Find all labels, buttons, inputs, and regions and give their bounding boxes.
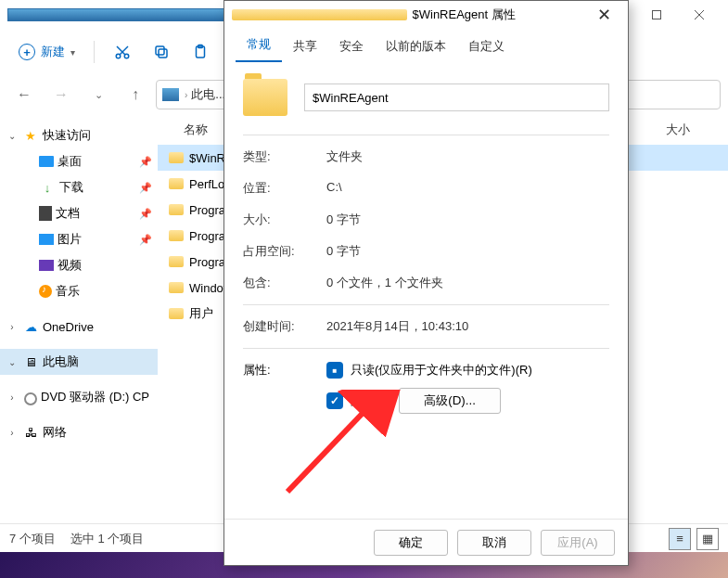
- copy-icon[interactable]: [143, 35, 180, 69]
- sidebar-label: 音乐: [56, 283, 80, 300]
- chevron-down-icon: ▾: [70, 47, 75, 58]
- sidebar-music[interactable]: 音乐: [0, 278, 158, 304]
- hidden-label: 隐藏(H): [351, 392, 391, 409]
- view-details-icon[interactable]: ≡: [669, 528, 691, 550]
- folder-name-input[interactable]: [304, 83, 609, 111]
- cloud-icon: ☁: [22, 319, 39, 334]
- disk-icon: [162, 88, 179, 101]
- tab-general[interactable]: 常规: [236, 29, 282, 62]
- sidebar-this-pc[interactable]: ⌄🖥此电脑: [0, 349, 158, 375]
- desktop-icon: [39, 156, 54, 167]
- sidebar-quick-access[interactable]: ⌄★快速访问: [0, 122, 158, 148]
- new-label: 新建: [41, 44, 65, 60]
- advanced-button[interactable]: 高级(D)...: [399, 388, 501, 414]
- sidebar-onedrive[interactable]: ›☁OneDrive: [0, 314, 158, 340]
- folder-icon: [169, 256, 184, 267]
- crumb-sep: ›: [185, 90, 187, 100]
- up-button[interactable]: ↑: [119, 78, 152, 111]
- dialog-footer: 确定 取消 应用(A): [224, 519, 628, 565]
- sidebar-pics[interactable]: 图片📌: [0, 226, 158, 252]
- created-label: 创建时间:: [243, 318, 326, 335]
- pin-icon: 📌: [139, 156, 152, 168]
- close-button[interactable]: [678, 0, 721, 30]
- pin-icon: 📌: [139, 234, 152, 246]
- folder-icon: [169, 230, 184, 241]
- type-label: 类型:: [243, 148, 326, 165]
- status-count: 7 个项目: [9, 531, 56, 547]
- tab-sharing[interactable]: 共享: [282, 31, 328, 62]
- sidebar-dvd[interactable]: ›DVD 驱动器 (D:) CP: [0, 384, 158, 410]
- picture-icon: [39, 234, 54, 245]
- sidebar-network[interactable]: ›🖧网络: [0, 419, 158, 445]
- dvd-icon: [22, 390, 37, 405]
- dialog-body: 类型:文件夹 位置:C:\ 大小:0 字节 占用空间:0 字节 包含:0 个文件…: [224, 62, 628, 519]
- sidebar-desktop[interactable]: 桌面📌: [0, 148, 158, 174]
- cancel-button[interactable]: 取消: [457, 530, 531, 556]
- sidebar-label: OneDrive: [43, 320, 94, 334]
- view-grid-icon[interactable]: ▦: [696, 528, 719, 550]
- created-value: 2021年8月14日，10:43:10: [326, 318, 609, 335]
- recent-dropdown[interactable]: ⌄: [82, 78, 115, 111]
- video-icon: [39, 260, 54, 271]
- sidebar-label: 图片: [57, 231, 82, 248]
- sidebar-docs[interactable]: 文档📌: [0, 200, 158, 226]
- svg-rect-1: [653, 11, 661, 19]
- tab-previous[interactable]: 以前的版本: [375, 31, 457, 62]
- network-icon: 🖧: [22, 425, 39, 440]
- sidebar-label: 网络: [43, 424, 67, 441]
- dialog-title: $WinREAgent 属性: [413, 6, 588, 23]
- doc-icon: [39, 206, 52, 221]
- col-size[interactable]: 大小: [658, 122, 697, 138]
- size-value: 0 字节: [326, 212, 609, 228]
- dialog-titlebar: $WinREAgent 属性 ✕: [224, 1, 628, 29]
- sizeondisk-label: 占用空间:: [243, 243, 326, 260]
- ok-button[interactable]: 确定: [374, 530, 448, 556]
- attributes-label: 属性:: [243, 362, 326, 423]
- sidebar-label: DVD 驱动器 (D:) CP: [41, 389, 149, 405]
- folder-icon: [232, 9, 407, 20]
- svg-rect-9: [156, 46, 164, 55]
- folder-large-icon: [243, 79, 287, 116]
- sidebar-label: 桌面: [57, 153, 82, 170]
- sidebar-label: 文档: [56, 205, 80, 222]
- readonly-label: 只读(仅应用于文件夹中的文件)(R): [351, 362, 532, 379]
- status-selection: 选中 1 个项目: [70, 531, 144, 547]
- sidebar: ⌄★快速访问 桌面📌 ↓下载📌 文档📌 图片📌 视频 音乐 ›☁OneDrive…: [0, 115, 158, 523]
- contains-value: 0 个文件，1 个文件夹: [326, 275, 609, 291]
- new-button[interactable]: + 新建 ▾: [9, 38, 84, 66]
- folder-icon: [169, 204, 184, 215]
- sidebar-download[interactable]: ↓下载📌: [0, 174, 158, 200]
- readonly-checkbox[interactable]: [326, 362, 343, 379]
- crumb-pc[interactable]: 此电...: [191, 86, 225, 103]
- tab-custom[interactable]: 自定义: [457, 31, 516, 62]
- cut-icon[interactable]: [104, 35, 141, 69]
- plus-icon: +: [19, 44, 35, 60]
- pin-icon: 📌: [139, 208, 152, 220]
- paste-icon[interactable]: [182, 35, 219, 69]
- hidden-checkbox[interactable]: [326, 392, 343, 409]
- sidebar-video[interactable]: 视频: [0, 252, 158, 278]
- folder-icon: [169, 152, 184, 163]
- apply-button[interactable]: 应用(A): [541, 530, 615, 556]
- dialog-tabs: 常规 共享 安全 以前的版本 自定义: [224, 29, 628, 62]
- pin-icon: 📌: [139, 182, 152, 194]
- sidebar-label: 快速访问: [43, 127, 91, 144]
- type-value: 文件夹: [326, 148, 609, 165]
- download-icon: ↓: [39, 180, 56, 195]
- size-label: 大小:: [243, 212, 326, 228]
- maximize-button[interactable]: [635, 0, 678, 30]
- close-button[interactable]: ✕: [587, 5, 620, 25]
- star-icon: ★: [22, 128, 39, 143]
- music-icon: [39, 285, 52, 298]
- forward-button[interactable]: →: [45, 78, 78, 111]
- sidebar-label: 下载: [59, 179, 83, 196]
- svg-rect-8: [159, 49, 167, 58]
- properties-dialog: $WinREAgent 属性 ✕ 常规 共享 安全 以前的版本 自定义 类型:文…: [224, 0, 629, 566]
- sidebar-label: 视频: [57, 257, 82, 274]
- back-button[interactable]: ←: [7, 78, 41, 111]
- sizeondisk-value: 0 字节: [326, 243, 609, 260]
- tab-security[interactable]: 安全: [328, 31, 375, 62]
- folder-icon: [169, 308, 184, 319]
- location-value: C:\: [326, 180, 609, 197]
- location-label: 位置:: [243, 180, 326, 197]
